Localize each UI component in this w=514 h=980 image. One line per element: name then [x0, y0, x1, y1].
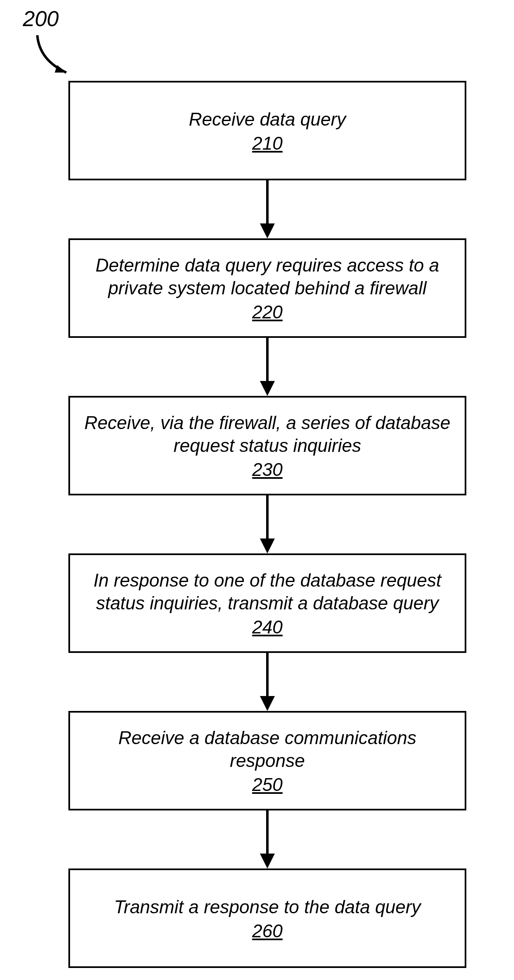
svg-marker-6	[260, 539, 275, 553]
svg-marker-2	[260, 223, 275, 238]
step-ref: 240	[252, 617, 282, 638]
step-box-220: Determine data query requires access to …	[68, 238, 466, 338]
step-text: Receive, via the firewall, a series of d…	[82, 411, 452, 457]
step-ref: 220	[252, 302, 282, 323]
step-text: Determine data query requires access to …	[82, 254, 452, 299]
step-text: Transmit a response to the data query	[114, 895, 421, 918]
figure-pointer-arrow	[29, 31, 83, 85]
figure-number-label: 200	[23, 6, 59, 31]
step-box-250: Receive a database communications respon…	[68, 711, 466, 810]
svg-marker-8	[260, 696, 275, 711]
arrow-210-to-220	[0, 180, 514, 238]
step-box-230: Receive, via the firewall, a series of d…	[68, 396, 466, 495]
step-box-240: In response to one of the database reque…	[68, 553, 466, 653]
arrow-220-to-230	[0, 338, 514, 396]
svg-marker-4	[260, 381, 275, 396]
step-ref: 250	[252, 774, 282, 795]
step-box-260: Transmit a response to the data query 26…	[68, 868, 466, 968]
step-ref: 260	[252, 921, 282, 941]
flowchart-canvas: 200 Receive data query 210 Determine dat…	[0, 0, 514, 980]
step-ref: 230	[252, 459, 282, 480]
arrow-250-to-260	[0, 810, 514, 868]
svg-marker-10	[260, 854, 275, 868]
arrow-230-to-240	[0, 495, 514, 553]
step-box-210: Receive data query 210	[68, 81, 466, 180]
step-ref: 210	[252, 133, 282, 154]
step-text: Receive a database communications respon…	[82, 726, 452, 772]
step-text: Receive data query	[189, 108, 346, 131]
arrow-240-to-250	[0, 653, 514, 711]
step-text: In response to one of the database reque…	[82, 569, 452, 614]
